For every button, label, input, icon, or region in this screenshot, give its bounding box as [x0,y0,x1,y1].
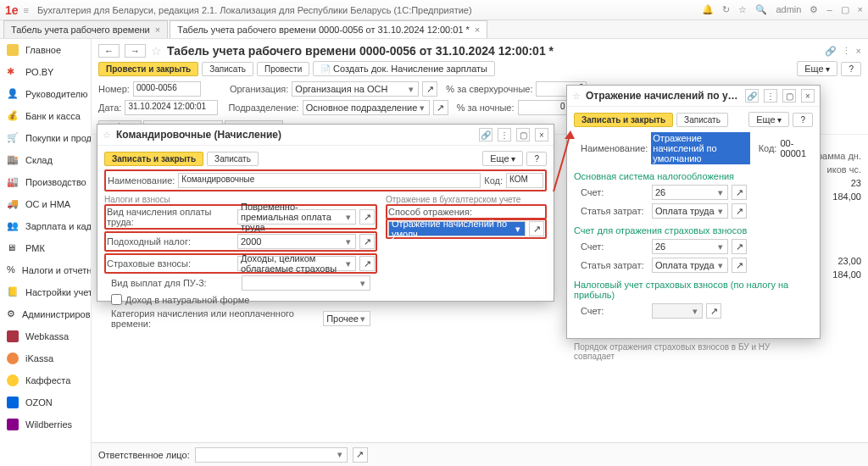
help-button[interactable]: ? [526,152,547,166]
sidebar-item[interactable]: 🛒Покупки и продажи [0,127,91,149]
date-input[interactable]: 31.10.2024 12:00:01 [125,100,218,115]
more-button[interactable]: Еще ▾ [482,151,523,166]
accrual-dialog: ☆ Командировочные (Начисление) 🔗 ⋮ ▢ × З… [97,124,554,302]
post-button[interactable]: Провести [257,62,309,76]
open-ref-icon[interactable]: ↗ [732,185,747,200]
open-ref-icon[interactable]: ↗ [433,100,448,115]
post-close-button[interactable]: Провести и закрыть [98,62,198,76]
star-icon[interactable]: ☆ [103,130,111,141]
sidebar-item[interactable]: 📒Настройки учета [0,281,91,303]
close-icon[interactable]: × [535,128,548,141]
reflection-dialog: ☆ Отражение начислений по умолчанию (...… [566,85,821,339]
link-icon[interactable]: 🔗 [825,46,837,57]
income-select[interactable]: 2000▾ [237,234,356,249]
org-select[interactable]: Организация на ОСН▾ [292,81,419,97]
open-ref-icon[interactable]: ↗ [732,203,747,219]
create-doc-button[interactable]: 📄 Создать док. Начисление зарплаты [313,61,495,76]
write-button[interactable]: Записать [202,62,253,76]
write-button[interactable]: Записать [207,152,259,166]
tab-0[interactable]: Табель учета рабочего времени× [3,20,168,38]
save-close-button[interactable]: Записать и закрыть [104,152,203,166]
open-ref-icon[interactable]: ↗ [732,258,747,273]
code-input[interactable]: КОМ [506,173,543,188]
user-name[interactable]: admin [776,4,801,15]
link-icon[interactable]: 🔗 [745,89,759,103]
star-icon[interactable]: ☆ [572,91,581,102]
name-input[interactable]: Командировочные [178,173,481,188]
help-button[interactable]: ? [841,62,861,76]
sidebar-item[interactable]: 🏬Склад [0,149,91,171]
collapse-icon[interactable]: ⋮ [498,128,511,141]
open-ref-icon[interactable]: ↗ [529,221,544,236]
open-ref-icon[interactable]: ↗ [732,239,747,254]
resp-select[interactable]: ▾ [195,447,348,463]
search-icon[interactable]: 🔍 [755,4,767,15]
save-close-button[interactable]: Записать и закрыть [574,113,673,127]
favorite-icon[interactable]: ☆ [738,4,747,15]
code-value: 00-00001 [780,138,806,158]
collapse-icon[interactable]: ⋮ [842,46,851,57]
acct2-select[interactable]: 26▾ [652,239,728,254]
write-button[interactable]: Записать [676,113,728,127]
menu-icon[interactable]: ≡ [24,5,29,15]
sidebar-item[interactable]: Главное [0,39,91,61]
dept-select[interactable]: Основное подразделение▾ [303,100,430,115]
more-button[interactable]: Еще ▾ [797,61,837,76]
resp-label: Ответственное лицо: [98,450,190,460]
star-icon[interactable]: ☆ [151,44,162,58]
tab-close-icon[interactable]: × [475,25,480,35]
bell-icon[interactable]: 🔔 [702,4,714,15]
method-select[interactable]: Отражение начислений по умолч▾ [388,221,526,236]
sidebar-item[interactable]: Wildberries [0,413,91,435]
cat-select[interactable]: Прочее▾ [323,311,370,326]
close-icon[interactable]: × [858,4,863,15]
sidebar-item[interactable]: ✱РО.BY [0,61,91,83]
close-doc-icon[interactable]: × [856,46,861,57]
max-icon[interactable]: ▢ [516,128,530,141]
sidebar-item[interactable]: 👥Зарплата и кадры [0,215,91,237]
sidebar-item[interactable]: 🏭Производство [0,171,91,193]
sidebar-item[interactable]: 👤Руководителю [0,83,91,105]
nav-back[interactable]: ← [98,44,120,58]
maximize-icon[interactable]: ▢ [841,4,849,15]
kind-select[interactable]: Повременно-премиальная оплата труда▾ [237,209,356,225]
tab-1[interactable]: Табель учета рабочего времени 0000-0056 … [170,20,487,38]
sidebar-item[interactable]: ⚙Администрирование [0,303,91,325]
sidebar-item[interactable]: OZON [0,391,91,413]
open-ref-icon[interactable]: ↗ [359,209,375,225]
collapse-icon[interactable]: ⋮ [764,89,777,103]
open-ref-icon[interactable]: ↗ [359,256,375,271]
app-logo: 1e [5,3,19,17]
sidebar-item[interactable]: 💰Банк и касса [0,105,91,127]
history-icon[interactable]: ↻ [722,4,730,15]
pc-night-input[interactable]: 0 [518,100,569,115]
more-button[interactable]: Еще ▾ [748,112,789,127]
tab-close-icon[interactable]: × [155,25,160,35]
settings-icon[interactable]: ⚙ [810,4,818,15]
close-icon[interactable]: × [801,89,815,103]
open-ref-icon[interactable]: ↗ [353,447,368,463]
nav-fwd[interactable]: → [125,44,146,58]
minimize-icon[interactable]: – [826,4,832,15]
sidebar-item[interactable]: 🚚ОС и НМА [0,193,91,215]
sidebar-item[interactable]: 🖥РМК [0,237,91,259]
sidebar-item[interactable]: iKassa [0,347,91,369]
max-icon[interactable]: ▢ [782,89,796,103]
cost-select[interactable]: Оплата труда▾ [652,203,728,219]
sidebar-item[interactable]: %Налоги и отчетность [0,259,91,281]
number-input[interactable]: 0000-0056 [133,81,201,97]
pu3-select[interactable]: ▾ [242,275,370,291]
help-button[interactable]: ? [793,113,813,127]
open-ref-icon[interactable]: ↗ [706,303,721,319]
link-icon[interactable]: 🔗 [479,128,492,141]
acct3-select[interactable]: ▾ [652,303,703,319]
ins-select[interactable]: Доходы, целиком облагаемые страховы▾ [237,256,356,271]
name-input[interactable]: Отражение начислений по умолчанию [651,132,749,164]
sidebar-item[interactable]: Webkassa [0,325,91,347]
open-ref-icon[interactable]: ↗ [422,81,437,97]
natural-checkbox[interactable] [111,294,122,305]
sidebar-item[interactable]: Каффеста [0,369,91,391]
cost2-select[interactable]: Оплата труда▾ [652,258,728,273]
acct-select[interactable]: 26▾ [652,185,728,200]
open-ref-icon[interactable]: ↗ [359,234,375,249]
